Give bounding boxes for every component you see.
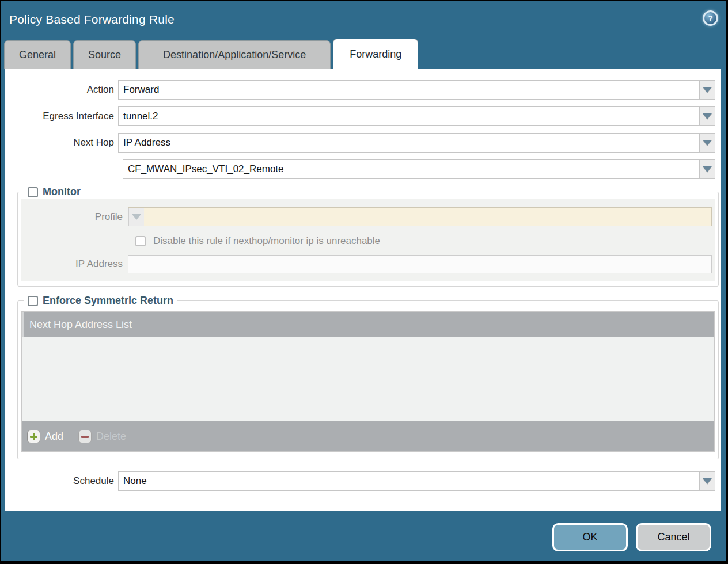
profile-label: Profile [24, 211, 128, 223]
egress-interface-dropdown-button[interactable] [699, 107, 715, 125]
schedule-label: Schedule [5, 475, 118, 487]
tab-general-label: General [19, 49, 56, 61]
monitor-ip-address-input [128, 255, 712, 273]
next-hop-address-row: CF_MWAN_IPsec_VTI_02_Remote [5, 159, 721, 179]
chevron-down-icon [703, 87, 712, 93]
next-hop-address-list-body[interactable] [22, 337, 714, 421]
next-hop-address-list-header: Next Hop Address List [22, 312, 714, 337]
action-dropdown[interactable]: Forward [118, 80, 715, 100]
next-hop-address-list-table: Next Hop Address List Add Delete [21, 311, 715, 452]
help-icon-glyph: ? [708, 14, 713, 22]
enforce-symmetric-return-legend: Enforce Symmetric Return [24, 295, 177, 307]
disable-rule-label: Disable this rule if nexthop/monitor ip … [153, 235, 380, 247]
tab-bar: General Source Destination/Application/S… [1, 38, 726, 69]
chevron-down-icon [703, 140, 712, 146]
tab-destination-application-service-label: Destination/Application/Service [163, 49, 306, 61]
add-button[interactable]: Add [27, 430, 63, 443]
schedule-dropdown-button[interactable] [699, 472, 715, 490]
chevron-down-icon [703, 166, 712, 172]
next-hop-type-value: IP Address [119, 134, 699, 152]
plus-icon [27, 430, 40, 443]
dialog-title: Policy Based Forwarding Rule [9, 13, 175, 26]
tab-forwarding[interactable]: Forwarding [333, 39, 418, 69]
profile-row: Profile [24, 207, 712, 226]
monitor-ip-address-label: IP Address [24, 258, 128, 270]
monitor-panel: Profile Disable this rule if nexthop/mon… [21, 199, 715, 281]
schedule-dropdown[interactable]: None [118, 471, 715, 491]
action-value: Forward [119, 81, 699, 99]
next-hop-address-list-header-label: Next Hop Address List [29, 319, 132, 331]
tab-source-label: Source [88, 49, 121, 61]
dialog-footer: OK Cancel [1, 511, 726, 561]
action-dropdown-button[interactable] [699, 81, 715, 99]
next-hop-label: Next Hop [5, 137, 118, 148]
ok-button[interactable]: OK [552, 523, 628, 551]
egress-interface-label: Egress Interface [5, 110, 118, 122]
monitor-fieldset: Monitor Profile Disable this rule if nex… [17, 186, 719, 287]
cancel-button-label: Cancel [657, 531, 689, 543]
ok-button-label: OK [582, 531, 597, 543]
minus-icon [78, 430, 92, 443]
monitor-legend: Monitor [24, 186, 85, 198]
cancel-button[interactable]: Cancel [636, 523, 711, 551]
enforce-symmetric-return-checkbox[interactable] [28, 296, 38, 306]
next-hop-address-dropdown[interactable]: CF_MWAN_IPsec_VTI_02_Remote [123, 159, 715, 179]
enforce-symmetric-return-legend-label: Enforce Symmetric Return [43, 295, 173, 307]
next-hop-address-list-toolbar: Add Delete [22, 421, 714, 451]
schedule-row: Schedule None [5, 471, 721, 491]
dialog-titlebar: Policy Based Forwarding Rule ? [1, 1, 726, 38]
disable-rule-row: Disable this rule if nexthop/monitor ip … [135, 235, 712, 247]
next-hop-type-dropdown[interactable]: IP Address [118, 133, 715, 153]
next-hop-row: Next Hop IP Address [5, 133, 721, 153]
delete-button: Delete [78, 430, 126, 443]
next-hop-type-dropdown-button[interactable] [699, 134, 715, 152]
next-hop-address-dropdown-button[interactable] [699, 160, 715, 178]
profile-dropdown [128, 207, 712, 226]
pbf-rule-dialog: Policy Based Forwarding Rule ? General S… [0, 0, 728, 564]
chevron-down-icon [132, 214, 141, 220]
tab-source[interactable]: Source [73, 40, 136, 69]
chevron-down-icon [703, 478, 712, 484]
next-hop-address-value: CF_MWAN_IPsec_VTI_02_Remote [123, 160, 699, 178]
enforce-symmetric-return-fieldset: Enforce Symmetric Return Next Hop Addres… [17, 295, 719, 459]
egress-interface-value: tunnel.2 [119, 107, 699, 125]
tab-general[interactable]: General [4, 40, 71, 69]
forwarding-tab-panel: Action Forward Egress Interface tunnel.2… [5, 69, 721, 511]
action-label: Action [5, 84, 118, 96]
profile-dropdown-button [128, 208, 144, 226]
disable-rule-checkbox [135, 236, 146, 246]
egress-interface-row: Egress Interface tunnel.2 [5, 106, 721, 126]
monitor-checkbox[interactable] [28, 187, 38, 197]
tab-destination-application-service[interactable]: Destination/Application/Service [138, 40, 331, 69]
add-button-label: Add [45, 430, 63, 443]
tab-forwarding-label: Forwarding [350, 48, 401, 60]
help-icon[interactable]: ? [703, 10, 718, 26]
egress-interface-dropdown[interactable]: tunnel.2 [118, 106, 715, 126]
chevron-down-icon [703, 113, 712, 119]
schedule-value: None [119, 472, 699, 490]
monitor-legend-label: Monitor [43, 186, 81, 198]
delete-button-label: Delete [96, 430, 126, 443]
action-row: Action Forward [5, 80, 721, 100]
monitor-ip-address-row: IP Address [24, 255, 712, 273]
